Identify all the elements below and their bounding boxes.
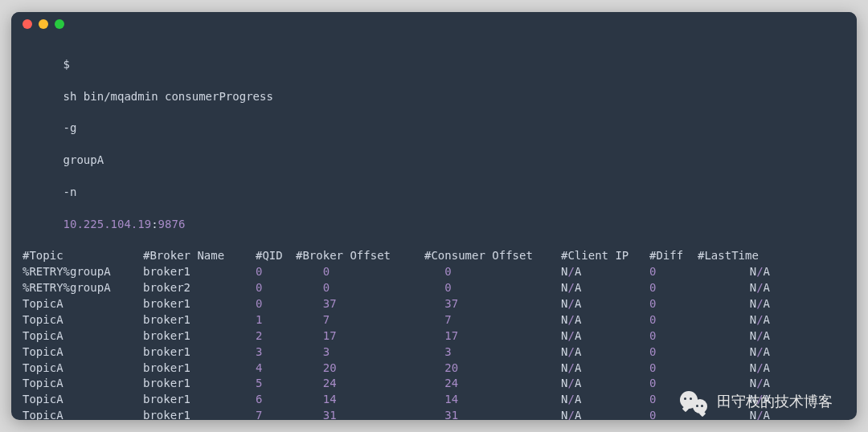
numeric-value: 0 — [649, 328, 698, 344]
cell-topic: TopicA — [23, 361, 143, 377]
na-value: N/A — [698, 296, 770, 312]
numeric-value: 17 — [424, 328, 561, 344]
header-broker-offset: #Broker Offset — [296, 248, 424, 264]
na-value: N/A — [561, 280, 649, 296]
na-value: N/A — [698, 280, 770, 296]
numeric-value: 0 — [424, 264, 561, 280]
window-minimize-button[interactable] — [39, 19, 48, 29]
numeric-value: 0 — [649, 392, 698, 408]
na-value: N/A — [561, 264, 649, 280]
numeric-value: 20 — [296, 361, 424, 377]
cell-broker: broker1 — [143, 312, 256, 328]
numeric-value: 0 — [649, 344, 698, 361]
na-value: N/A — [561, 392, 649, 408]
cell-broker: broker1 — [143, 344, 256, 361]
cell-broker: broker1 — [143, 376, 256, 392]
cell-broker: broker1 — [143, 361, 256, 377]
numeric-value: 24 — [424, 376, 561, 392]
numeric-value: 3 — [256, 344, 296, 361]
numeric-value: 0 — [649, 361, 698, 377]
cell-broker: broker2 — [143, 280, 256, 296]
numeric-value: 0 — [649, 312, 698, 328]
flag-n: -n — [63, 185, 77, 198]
numeric-value: 0 — [256, 280, 296, 296]
numeric-value: 3 — [296, 344, 424, 361]
numeric-value: 3 — [424, 344, 561, 361]
table-row: TopicAbroker11 7 7N/A0N/A — [23, 312, 845, 328]
numeric-value: 7 — [424, 312, 561, 328]
na-value: N/A — [561, 296, 649, 312]
header-qid: #QID — [256, 248, 296, 264]
numeric-value: 0 — [649, 376, 698, 392]
cell-topic: TopicA — [23, 328, 143, 344]
numeric-value: 0 — [649, 264, 698, 280]
terminal-body[interactable]: $ sh bin/mqadmin consumerProgress -g gro… — [11, 36, 857, 420]
numeric-value: 7 — [256, 408, 296, 420]
table-header-row: #Topic #Broker Name #QID #Broker Offset … — [23, 248, 845, 264]
table-row: %RETRY%groupAbroker20 0 0N/A0N/A — [23, 280, 845, 296]
numeric-value: 14 — [424, 392, 561, 408]
na-value: N/A — [561, 328, 649, 344]
table-row: TopicAbroker12 17 17N/A0N/A — [23, 328, 845, 344]
na-value: N/A — [698, 344, 770, 361]
numeric-value: 0 — [296, 280, 424, 296]
arg-group: groupA — [63, 153, 104, 166]
numeric-value: 6 — [256, 392, 296, 408]
na-value: N/A — [698, 312, 770, 328]
header-last-time: #LastTime — [698, 248, 770, 264]
header-client-ip: #Client IP — [561, 248, 649, 264]
header-topic: #Topic — [23, 248, 143, 264]
shell-prompt: $ — [63, 58, 70, 71]
header-consumer-offset: #Consumer Offset — [424, 248, 561, 264]
na-value: N/A — [561, 344, 649, 361]
table-body: %RETRY%groupAbroker10 0 0N/A0N/A%RETRY%g… — [23, 264, 845, 420]
na-value: N/A — [561, 312, 649, 328]
numeric-value: 31 — [424, 408, 561, 420]
cell-broker: broker1 — [143, 296, 256, 312]
na-value: N/A — [698, 376, 770, 392]
cell-broker: broker1 — [143, 328, 256, 344]
table-row: TopicAbroker10 37 37N/A0N/A — [23, 296, 845, 312]
numeric-value: 17 — [296, 328, 424, 344]
numeric-value: 37 — [296, 296, 424, 312]
table-row: TopicAbroker15 24 24N/A0N/A — [23, 376, 845, 392]
terminal-window: $ sh bin/mqadmin consumerProgress -g gro… — [11, 12, 857, 420]
cell-topic: %RETRY%groupA — [23, 280, 143, 296]
header-broker-name: #Broker Name — [143, 248, 256, 264]
numeric-value: 0 — [424, 280, 561, 296]
numeric-value: 31 — [296, 408, 424, 420]
cell-broker: broker1 — [143, 408, 256, 420]
table-row: TopicAbroker16 14 14N/A0N/A — [23, 392, 845, 408]
command-text: sh bin/mqadmin consumerProgress — [63, 90, 273, 103]
na-value: N/A — [561, 408, 649, 420]
cell-broker: broker1 — [143, 264, 256, 280]
table-row: TopicAbroker17 31 31N/A0N/A — [23, 408, 845, 420]
numeric-value: 1 — [256, 312, 296, 328]
table-row: TopicAbroker14 20 20N/A0N/A — [23, 361, 845, 377]
table-row: TopicAbroker13 3 3N/A0N/A — [23, 344, 845, 361]
window-close-button[interactable] — [23, 19, 32, 29]
numeric-value: 37 — [424, 296, 561, 312]
numeric-value: 0 — [256, 264, 296, 280]
cell-topic: TopicA — [23, 296, 143, 312]
numeric-value: 5 — [256, 376, 296, 392]
window-maximize-button[interactable] — [55, 19, 64, 29]
na-value: N/A — [698, 328, 770, 344]
cell-topic: TopicA — [23, 312, 143, 328]
cell-topic: %RETRY%groupA — [23, 264, 143, 280]
titlebar — [11, 12, 857, 36]
na-value: N/A — [698, 361, 770, 377]
numeric-value: 0 — [296, 264, 424, 280]
cell-topic: TopicA — [23, 376, 143, 392]
numeric-value: 4 — [256, 361, 296, 377]
table-row: %RETRY%groupAbroker10 0 0N/A0N/A — [23, 264, 845, 280]
numeric-value: 24 — [296, 376, 424, 392]
na-value: N/A — [698, 264, 770, 280]
numeric-value: 14 — [296, 392, 424, 408]
numeric-value: 0 — [649, 296, 698, 312]
numeric-value: 0 — [649, 408, 698, 420]
header-diff: #Diff — [649, 248, 698, 264]
na-value: N/A — [561, 361, 649, 377]
command-line: $ sh bin/mqadmin consumerProgress -g gro… — [23, 41, 845, 248]
arg-ip: 10.225.104.19 — [63, 218, 152, 230]
